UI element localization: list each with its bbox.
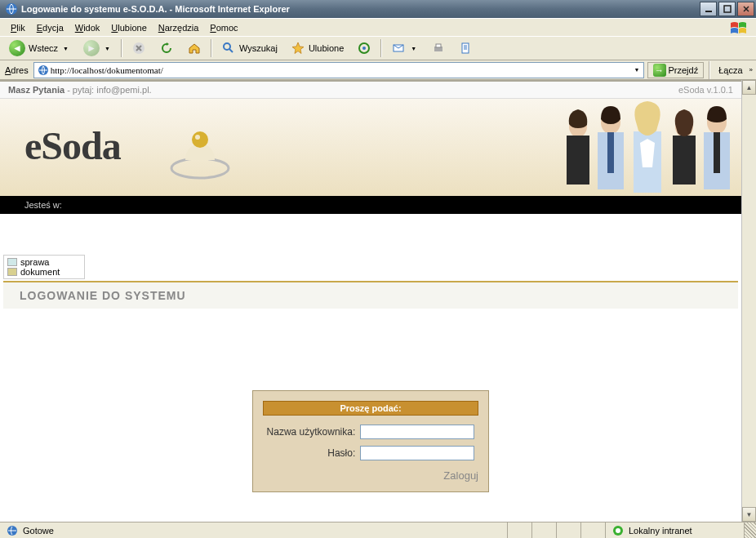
- windows-flag-icon: [725, 20, 751, 35]
- address-bar: Adres ▼ → Przejdź Łącza »: [0, 60, 756, 80]
- svg-point-6: [362, 47, 366, 50]
- page-icon: [36, 63, 51, 78]
- header-banner: eSoda: [0, 98, 741, 196]
- address-label: Adres: [3, 65, 30, 75]
- window-title: Logowanie do systemu e-S.O.D.A. - Micros…: [21, 4, 290, 14]
- refresh-button[interactable]: [153, 39, 180, 57]
- menu-help[interactable]: Pomoc: [204, 21, 243, 34]
- status-ready: Gotowe: [0, 522, 508, 538]
- scroll-up-button[interactable]: ▲: [742, 80, 756, 95]
- mail-button[interactable]: ▼: [385, 39, 424, 57]
- esoda-logo: eSoda: [24, 123, 121, 168]
- login-header: Proszę podać:: [263, 401, 478, 416]
- minimize-button[interactable]: [700, 2, 717, 16]
- menu-bar: Plik Edycja Widok Ulubione Narzędzia Pom…: [0, 18, 756, 36]
- print-icon: [431, 41, 446, 56]
- login-form: Proszę podać: Nazwa użytkownika: Hasło: …: [252, 390, 489, 492]
- home-icon: [187, 41, 202, 56]
- svg-rect-16: [567, 136, 589, 185]
- favorites-label: Ulubione: [309, 43, 344, 53]
- svg-rect-9: [436, 44, 441, 47]
- status-cell: [532, 522, 557, 538]
- svg-rect-10: [462, 43, 469, 53]
- svg-rect-19: [607, 132, 614, 173]
- svg-point-12: [171, 158, 229, 178]
- password-input[interactable]: [360, 446, 474, 460]
- legend-label-sprawa: sprawa: [20, 257, 49, 267]
- menu-view[interactable]: Widok: [69, 21, 106, 34]
- ie-icon: [5, 2, 18, 16]
- forward-button[interactable]: ► ▼: [78, 39, 118, 57]
- menu-edit[interactable]: Edycja: [31, 21, 69, 34]
- scroll-down-button[interactable]: ▼: [742, 507, 756, 522]
- ie-small-icon: [5, 523, 20, 538]
- edit-button[interactable]: [453, 39, 479, 57]
- maximize-button[interactable]: [718, 2, 736, 16]
- people-image: [554, 98, 741, 196]
- window-titlebar: Logowanie do systemu e-S.O.D.A. - Micros…: [0, 0, 756, 18]
- top-hint: Masz Pytania - pytaj: info@pemi.pl. eSod…: [0, 82, 741, 98]
- star-icon: [291, 41, 305, 56]
- legend-swatch-dokument: [7, 268, 17, 276]
- go-button[interactable]: → Przejdź: [647, 62, 705, 78]
- status-cell: [557, 522, 581, 538]
- status-cell: [508, 522, 532, 538]
- section-title: LOGOWANIE DO SYSTEMU: [3, 282, 738, 309]
- username-input[interactable]: [360, 425, 474, 439]
- search-label: Wyszukaj: [239, 43, 278, 53]
- back-label: Wstecz: [29, 43, 58, 53]
- status-zone: Lokalny intranet: [606, 522, 745, 538]
- close-button[interactable]: [737, 2, 754, 16]
- password-label: Hasło:: [265, 443, 357, 463]
- menu-tools[interactable]: Narzędzia: [153, 21, 205, 34]
- refresh-icon: [159, 41, 174, 56]
- svg-rect-26: [714, 132, 720, 173]
- links-label[interactable]: Łącza: [715, 65, 745, 75]
- go-arrow-icon: →: [653, 64, 666, 77]
- media-button[interactable]: [351, 39, 377, 57]
- status-bar: Gotowe Lokalny intranet: [0, 522, 756, 538]
- zone-icon: [611, 523, 625, 538]
- hint-rest: - pytaj: info@pemi.pl.: [64, 85, 152, 95]
- chevron-down-icon[interactable]: ▼: [633, 67, 642, 73]
- logo-orb-icon: [167, 127, 233, 185]
- chevron-down-icon: ▼: [409, 46, 418, 51]
- url-input[interactable]: [51, 65, 633, 75]
- svg-point-29: [616, 528, 620, 533]
- menu-file[interactable]: Plik: [5, 21, 31, 34]
- hint-bold: Masz Pytania: [8, 85, 64, 95]
- print-button[interactable]: [425, 39, 451, 57]
- username-label: Nazwa użytkownika:: [265, 422, 357, 442]
- search-icon: [221, 41, 236, 56]
- version-label: eSoda v.1.0.1: [678, 85, 733, 95]
- menu-favorites[interactable]: Ulubione: [105, 21, 152, 34]
- resize-grip[interactable]: [745, 522, 756, 538]
- forward-arrow-icon: ►: [83, 40, 100, 56]
- breadcrumb-bar: Jesteś w:: [0, 196, 741, 214]
- vertical-scrollbar[interactable]: ▲ ▼: [741, 80, 756, 522]
- chevron-down-icon: ▼: [61, 46, 70, 51]
- chevron-down-icon: ▼: [103, 46, 112, 51]
- content-viewport: Masz Pytania - pytaj: info@pemi.pl. eSod…: [0, 80, 741, 522]
- legend-label-dokument: dokument: [20, 267, 60, 277]
- status-cell: [581, 522, 606, 538]
- login-submit-link[interactable]: Zaloguj: [263, 465, 478, 482]
- svg-rect-1: [705, 11, 712, 12]
- breadcrumb-label: Jesteś w:: [24, 200, 62, 210]
- mail-icon: [391, 41, 406, 56]
- go-label: Przejdź: [669, 65, 699, 75]
- url-field-container[interactable]: ▼: [33, 62, 644, 78]
- favorites-button[interactable]: Ulubione: [285, 39, 349, 57]
- svg-point-13: [192, 131, 208, 148]
- home-button[interactable]: [181, 39, 207, 57]
- links-chevron-icon[interactable]: »: [749, 66, 753, 73]
- navigation-toolbar: ◄ Wstecz ▼ ► ▼ Wyszukaj Ulubione ▼: [0, 36, 756, 60]
- back-arrow-icon: ◄: [9, 40, 25, 56]
- edit-icon: [459, 41, 474, 56]
- legend-swatch-sprawa: [7, 258, 17, 266]
- search-button[interactable]: Wyszukaj: [216, 39, 283, 57]
- back-button[interactable]: ◄ Wstecz ▼: [3, 39, 76, 57]
- history-icon: [357, 41, 371, 56]
- svg-rect-23: [673, 136, 696, 185]
- stop-button[interactable]: [126, 39, 152, 57]
